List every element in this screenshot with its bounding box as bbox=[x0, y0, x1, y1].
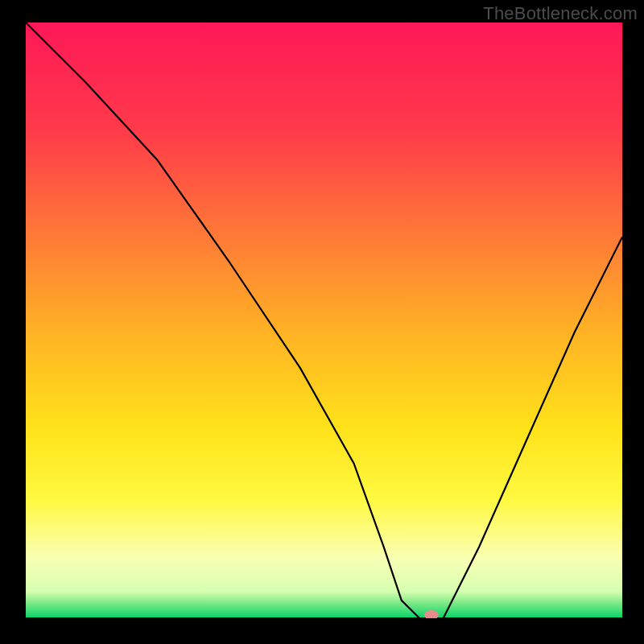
bottleneck-chart bbox=[26, 23, 622, 618]
chart-background bbox=[26, 23, 622, 618]
chart-canvas bbox=[26, 23, 622, 618]
watermark-text: TheBottleneck.com bbox=[483, 3, 638, 24]
